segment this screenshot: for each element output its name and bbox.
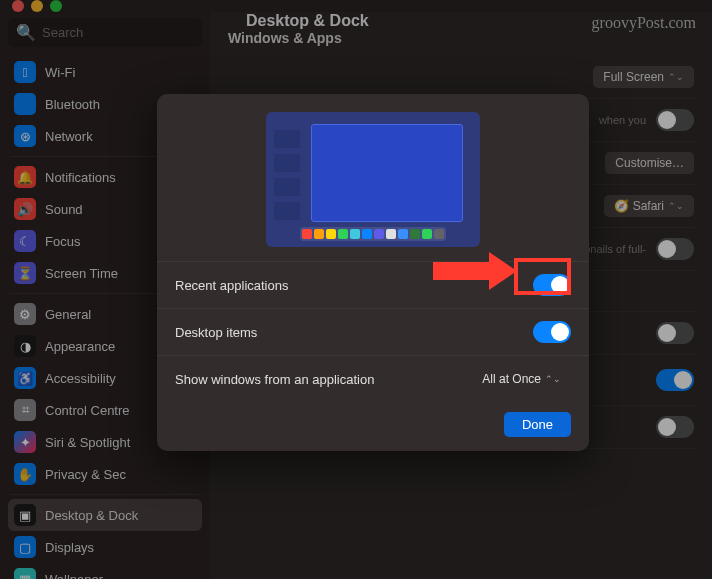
dock-app-icon	[410, 229, 420, 239]
dock-app-icon	[314, 229, 324, 239]
annotation-arrow	[433, 262, 491, 280]
dock-app-icon	[434, 229, 444, 239]
desktop-items-label: Desktop items	[175, 325, 257, 340]
recent-apps-label: Recent applications	[175, 278, 288, 293]
preview-thumb	[274, 130, 300, 148]
dock-app-icon	[362, 229, 372, 239]
preview-thumb	[274, 202, 300, 220]
annotation-highlight-box	[514, 258, 571, 295]
dock-app-icon	[302, 229, 312, 239]
show-windows-select[interactable]: All at Once ⌃⌄	[472, 368, 571, 390]
dock-app-icon	[422, 229, 432, 239]
mission-control-preview	[266, 112, 480, 247]
toggle-desktop-items[interactable]	[533, 321, 571, 343]
done-button[interactable]: Done	[504, 412, 571, 437]
dock-app-icon	[386, 229, 396, 239]
dock-app-icon	[326, 229, 336, 239]
preview-dock	[300, 227, 446, 241]
chevron-updown-icon: ⌃⌄	[545, 374, 561, 384]
preview-thumb	[274, 178, 300, 196]
modal-row-show-windows: Show windows from an application All at …	[157, 355, 589, 402]
show-windows-label: Show windows from an application	[175, 372, 374, 387]
preview-thumbs	[274, 130, 300, 220]
show-windows-value: All at Once	[482, 372, 541, 386]
dock-app-icon	[398, 229, 408, 239]
preview-thumb	[274, 154, 300, 172]
dock-app-icon	[338, 229, 348, 239]
preview-main-window	[311, 124, 463, 222]
modal-footer: Done	[157, 402, 589, 437]
modal-row-desktop-items: Desktop items	[157, 308, 589, 355]
dock-app-icon	[350, 229, 360, 239]
dock-app-icon	[374, 229, 384, 239]
